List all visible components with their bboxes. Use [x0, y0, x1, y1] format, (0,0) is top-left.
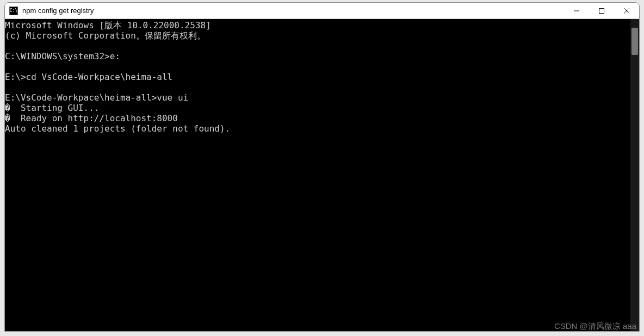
svg-rect-1: [599, 8, 604, 13]
terminal-window: C:\ npm config get registry Microsoft Wi…: [4, 2, 640, 332]
terminal-output: Microsoft Windows [版本 10.0.22000.2538] (…: [5, 19, 639, 134]
scrollbar-thumb[interactable]: [631, 28, 638, 55]
window-title: npm config get registry: [22, 7, 564, 15]
cmd-icon: C:\: [9, 7, 18, 15]
close-button[interactable]: [614, 3, 639, 18]
minimize-button[interactable]: [564, 3, 589, 18]
terminal-area[interactable]: Microsoft Windows [版本 10.0.22000.2538] (…: [5, 19, 639, 331]
maximize-button[interactable]: [589, 3, 614, 18]
titlebar[interactable]: C:\ npm config get registry: [5, 3, 639, 19]
watermark-text: CSDN @清风微凉 aaa: [554, 321, 636, 332]
vertical-scrollbar[interactable]: [630, 19, 639, 331]
window-controls: [564, 3, 639, 18]
